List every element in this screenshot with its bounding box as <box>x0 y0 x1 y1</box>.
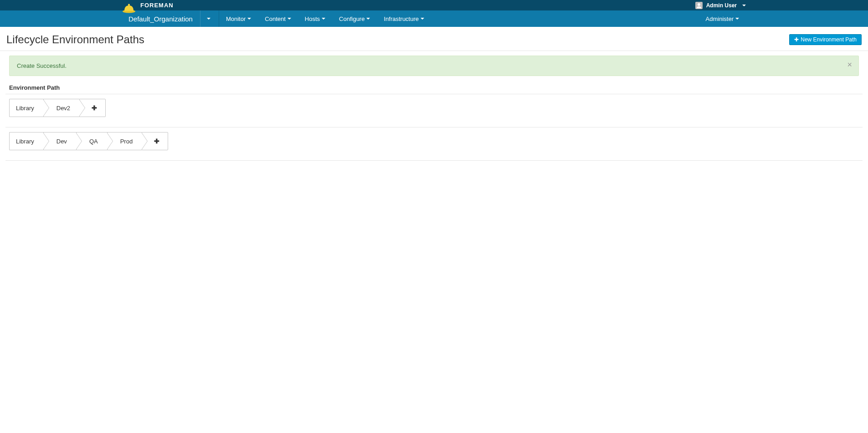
caret-down-icon <box>366 18 370 20</box>
nav-label: Hosts <box>305 15 320 22</box>
brand-label: FOREMAN <box>140 2 174 9</box>
nav-configure[interactable]: Configure <box>332 10 377 27</box>
new-environment-path-button[interactable]: ✚ New Environment Path <box>789 34 862 45</box>
brand-hardhat-icon <box>122 3 136 15</box>
plus-icon: ✚ <box>154 138 159 145</box>
nav-label: Monitor <box>226 15 246 22</box>
caret-down-icon <box>421 18 424 20</box>
nav-content[interactable]: Content <box>258 10 298 27</box>
path-item-label: Library <box>16 105 34 112</box>
divider <box>5 160 863 161</box>
nav-label: Administer <box>706 15 734 22</box>
org-switcher[interactable]: Default_Organization <box>122 10 219 27</box>
alert-success: Create Successful. × <box>9 56 859 76</box>
caret-down-icon <box>288 18 291 20</box>
alert-message: Create Successful. <box>17 62 67 69</box>
org-label: Default_Organization <box>128 15 193 23</box>
path-item-label: Dev2 <box>56 105 70 112</box>
alert-close-button[interactable]: × <box>847 61 852 69</box>
path-item-library[interactable]: Library <box>9 132 43 150</box>
plus-icon: ✚ <box>794 36 799 43</box>
button-label: New Environment Path <box>801 36 857 43</box>
svg-point-1 <box>698 3 700 6</box>
path-item-library[interactable]: Library <box>9 99 43 117</box>
caret-down-icon <box>322 18 325 20</box>
environment-path: Library Dev QA Prod ✚ <box>9 127 859 155</box>
nav-label: Infrastructure <box>384 15 419 22</box>
caret-down-icon <box>742 5 746 6</box>
close-icon: × <box>847 60 852 69</box>
caret-down-icon <box>207 18 211 20</box>
environment-path: Library Dev2 ✚ <box>9 94 859 122</box>
plus-icon: ✚ <box>92 104 97 112</box>
user-avatar-icon <box>695 2 703 9</box>
brand[interactable]: FOREMAN <box>122 0 174 11</box>
nav-monitor[interactable]: Monitor <box>219 10 258 27</box>
nav-label: Configure <box>339 15 365 22</box>
caret-down-icon <box>247 18 251 20</box>
nav-label: Content <box>265 15 286 22</box>
nav-infrastructure[interactable]: Infrastructure <box>377 10 431 27</box>
path-item-label: Dev <box>56 138 67 145</box>
page-title: Lifecycle Environment Paths <box>6 33 144 46</box>
org-caret-box[interactable] <box>200 10 215 27</box>
topbar: FOREMAN Admin User <box>0 0 868 10</box>
path-item-label: QA <box>89 138 98 145</box>
nav-hosts[interactable]: Hosts <box>298 10 332 27</box>
nav-administer[interactable]: Administer <box>699 15 746 22</box>
user-menu[interactable]: Admin User <box>695 2 746 9</box>
path-item-label: Library <box>16 138 34 145</box>
page-header: Lifecycle Environment Paths ✚ New Enviro… <box>0 27 868 51</box>
section-label: Environment Path <box>9 76 859 94</box>
caret-down-icon <box>735 18 739 20</box>
path-item-label: Prod <box>120 138 133 145</box>
user-label: Admin User <box>706 2 737 9</box>
